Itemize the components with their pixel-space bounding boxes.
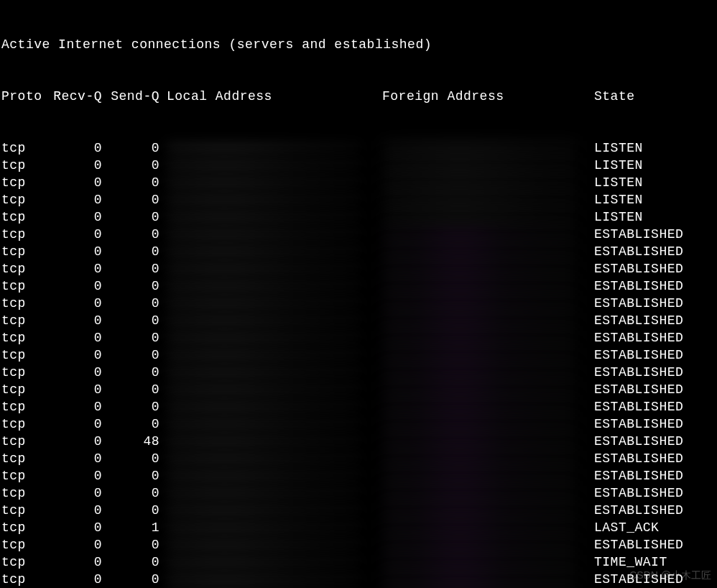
cell-local-address [167, 277, 382, 295]
redacted-foreign [382, 158, 576, 173]
cell-foreign-address [382, 467, 594, 484]
cell-local-address [167, 157, 382, 174]
cell-proto: tcp [1, 467, 52, 484]
cell-proto: tcp [1, 433, 52, 450]
cell-recvq: 0 [52, 398, 109, 415]
header-state: State [594, 88, 716, 105]
cell-foreign-address [382, 415, 594, 433]
cell-state: ESTABLISHED [594, 243, 716, 260]
cell-proto: tcp [1, 415, 52, 433]
cell-state: ESTABLISHED [594, 312, 716, 329]
connection-row: tcp00ESTABLISHED [1, 398, 716, 415]
cell-foreign-address [382, 571, 594, 588]
cell-local-address [167, 502, 382, 519]
cell-foreign-address [382, 157, 594, 174]
redacted-local [167, 400, 361, 414]
connection-row: tcp00ESTABLISHED [1, 571, 716, 588]
connection-row: tcp00ESTABLISHED [1, 381, 716, 398]
cell-foreign-address [382, 277, 594, 295]
cell-local-address [167, 312, 382, 329]
cell-proto: tcp [1, 243, 52, 260]
cell-state: ESTABLISHED [594, 226, 716, 243]
cell-sendq: 0 [109, 295, 167, 312]
redacted-foreign [382, 244, 576, 259]
redacted-foreign [382, 469, 576, 483]
cell-proto: tcp [1, 157, 52, 174]
cell-state: ESTABLISHED [594, 381, 716, 398]
cell-sendq: 0 [109, 502, 167, 519]
redacted-local [167, 279, 361, 293]
cell-state: ESTABLISHED [594, 364, 716, 381]
connection-row: tcp048ESTABLISHED [1, 433, 716, 450]
cell-proto: tcp [1, 398, 52, 415]
connection-row: tcp00ESTABLISHED [1, 502, 716, 519]
cell-sendq: 0 [109, 484, 167, 502]
cell-sendq: 0 [109, 139, 167, 157]
cell-recvq: 0 [52, 139, 109, 157]
cell-local-address [167, 295, 382, 312]
cell-recvq: 0 [52, 346, 109, 364]
connection-row: tcp00LISTEN [1, 139, 716, 157]
cell-state: LISTEN [594, 191, 716, 208]
cell-state: LISTEN [594, 174, 716, 191]
cell-proto: tcp [1, 536, 52, 553]
cell-recvq: 0 [52, 226, 109, 243]
redacted-foreign [382, 400, 576, 414]
cell-proto: tcp [1, 191, 52, 208]
redacted-foreign [382, 451, 576, 466]
cell-foreign-address [382, 381, 594, 398]
redacted-local [167, 193, 361, 207]
redacted-local [167, 520, 361, 535]
redacted-foreign [382, 555, 576, 569]
cell-proto: tcp [1, 364, 52, 381]
cell-recvq: 0 [52, 277, 109, 295]
connection-row: tcp00ESTABLISHED [1, 467, 716, 484]
header-sendq: Send-Q [109, 88, 167, 105]
cell-sendq: 0 [109, 312, 167, 329]
redacted-local [167, 158, 361, 173]
watermark: CSDN @小木工匠 [629, 566, 711, 584]
cell-sendq: 0 [109, 467, 167, 484]
cell-local-address [167, 450, 382, 467]
cell-foreign-address [382, 260, 594, 277]
cell-local-address [167, 484, 382, 502]
redacted-local [167, 331, 361, 345]
cell-foreign-address [382, 295, 594, 312]
cell-foreign-address [382, 346, 594, 364]
cell-sendq: 0 [109, 277, 167, 295]
cell-recvq: 0 [52, 157, 109, 174]
cell-proto: tcp [1, 329, 52, 346]
cell-sendq: 1 [109, 519, 167, 536]
cell-proto: tcp [1, 502, 52, 519]
redacted-local [167, 227, 361, 242]
cell-foreign-address [382, 502, 594, 519]
cell-proto: tcp [1, 139, 52, 157]
cell-local-address [167, 398, 382, 415]
cell-foreign-address [382, 174, 594, 191]
connection-row: tcp00ESTABLISHED [1, 346, 716, 364]
cell-state: ESTABLISHED [594, 484, 716, 502]
header-row: Proto Recv-Q Send-Q Local Address Foreig… [1, 88, 716, 105]
cell-sendq: 0 [109, 174, 167, 191]
cell-state: ESTABLISHED [594, 329, 716, 346]
cell-foreign-address [382, 536, 594, 553]
cell-proto: tcp [1, 226, 52, 243]
cell-foreign-address [382, 329, 594, 346]
redacted-local [167, 313, 361, 328]
redacted-foreign [382, 348, 576, 362]
redacted-foreign [382, 365, 576, 380]
cell-proto: tcp [1, 277, 52, 295]
cell-proto: tcp [1, 174, 52, 191]
connection-row: tcp00LISTEN [1, 208, 716, 226]
cell-sendq: 0 [109, 364, 167, 381]
cell-recvq: 0 [52, 312, 109, 329]
cell-proto: tcp [1, 260, 52, 277]
redacted-local [167, 210, 361, 224]
cell-sendq: 0 [109, 329, 167, 346]
cell-sendq: 0 [109, 157, 167, 174]
cell-state: ESTABLISHED [594, 398, 716, 415]
header-local: Local Address [167, 88, 382, 105]
netstat-title: Active Internet connections (servers and… [1, 36, 716, 53]
cell-sendq: 0 [109, 450, 167, 467]
cell-foreign-address [382, 226, 594, 243]
